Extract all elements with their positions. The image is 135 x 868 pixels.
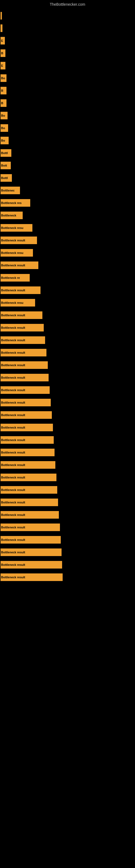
bar-label: Bottleneck result <box>1 339 25 342</box>
bottleneck-result-row: Bottleneck result <box>0 547 135 558</box>
bottleneck-result-row: Bottleneck result <box>0 322 135 333</box>
bar-row: Bo <box>0 110 135 121</box>
bar-label: B <box>1 89 3 92</box>
bar-label: B <box>1 52 3 55</box>
bar-label: Bottleneck result <box>1 576 25 579</box>
bar-label: Bottleneck result <box>1 364 25 367</box>
bar-row: B <box>0 98 135 108</box>
bar-label: Bottleneck result <box>1 488 25 492</box>
bottleneck-result-row: Bottleneck result <box>0 447 135 458</box>
bar-row: Bottl <box>0 173 135 183</box>
bar-label: Bottleneck resu <box>1 251 24 254</box>
bar-label: Bottleneck result <box>1 239 25 242</box>
bar-label: Bottlenec <box>1 189 14 192</box>
bottleneck-result-row: Bottleneck result <box>0 372 135 383</box>
bottleneck-result-row: Bottleneck result <box>0 485 135 495</box>
bar-row: Bottleneck <box>0 210 135 221</box>
bar-row: Bottleneck resu <box>0 297 135 308</box>
bar-row <box>0 23 135 34</box>
bar-label: Bottl <box>1 151 8 155</box>
bar-label: Bottleneck result <box>1 513 25 517</box>
bar-label: B <box>1 101 3 105</box>
bar-row: B <box>0 85 135 96</box>
bar-label: Bottleneck <box>1 214 16 217</box>
bar-label: Bo <box>1 114 5 117</box>
bar-label: Bott <box>1 164 7 167</box>
bar-row: Bottleneck res <box>0 197 135 208</box>
bottleneck-result-row: Bottleneck result <box>0 522 135 533</box>
bottleneck-result-row: Bottleneck result <box>0 397 135 408</box>
bar-label: E <box>1 64 3 67</box>
bar-row: Bo <box>0 135 135 146</box>
bars-container: E B E Bo B B Bo Bo <box>0 8 135 587</box>
bar-row: Bottleneck resu <box>0 222 135 233</box>
bar-label: Bottleneck result <box>1 264 25 267</box>
bar-label: E <box>1 39 3 42</box>
bar-row: Bo <box>0 73 135 84</box>
bar-label: Bo <box>1 139 5 142</box>
bar-row <box>0 10 135 21</box>
bar-label: Bottleneck result <box>1 401 25 404</box>
bar-row: E <box>0 60 135 71</box>
bottleneck-result-row: Bottleneck result <box>0 460 135 470</box>
bar-label: Bo <box>1 126 5 130</box>
bar-label: Bottleneck result <box>1 326 25 329</box>
bottleneck-result-row: Bottleneck result <box>0 509 135 520</box>
bottleneck-result-row: Bottleneck result <box>0 559 135 570</box>
bar-label: Bottleneck result <box>1 314 25 317</box>
bar-label: Bottleneck result <box>1 501 25 504</box>
site-title: TheBottlenecker.com <box>0 0 135 8</box>
bar-label: Bottleneck result <box>1 451 25 454</box>
bar-label: Bottleneck resu <box>1 301 24 304</box>
bar-row: Bo <box>0 123 135 133</box>
bar-label: Bottleneck result <box>1 351 25 354</box>
bar-row: E <box>0 35 135 46</box>
bar-label: Bottleneck result <box>1 289 25 292</box>
bottleneck-result-row: Bottleneck result <box>0 335 135 346</box>
bottleneck-result-row: Bottleneck result <box>0 534 135 545</box>
bar-label: Bottleneck result <box>1 526 25 529</box>
bar-label: Bottleneck resu <box>1 226 24 229</box>
bar-label: Bo <box>1 76 5 80</box>
bottleneck-result-row: Bottleneck result <box>0 435 135 445</box>
bottleneck-result-row: Bottleneck result <box>0 360 135 371</box>
bar-label: Bottleneck result <box>1 563 25 566</box>
bottleneck-result-row: Bottleneck result <box>0 285 135 296</box>
bar-label: Bottleneck res <box>1 201 21 205</box>
bar-label: Bottleneck re <box>1 276 20 279</box>
bar-label: Bottleneck result <box>1 376 25 379</box>
bar-label: Bottleneck result <box>1 426 25 429</box>
bar-row: Bott <box>0 160 135 171</box>
bar-label: Bottleneck result <box>1 438 25 442</box>
bar-row: Bottl <box>0 148 135 158</box>
bottleneck-result-row: Bottleneck result <box>0 260 135 271</box>
bottleneck-result-row: Bottleneck result <box>0 384 135 396</box>
bar-row: Bottleneck resu <box>0 247 135 258</box>
bar-label: Bottl <box>1 176 8 180</box>
bar-label: Bottleneck result <box>1 413 25 416</box>
bar-row: Bottlenec <box>0 185 135 196</box>
bottleneck-result-row: Bottleneck result <box>0 422 135 433</box>
bar-label: Bottleneck result <box>1 389 25 392</box>
bottleneck-result-row: Bottleneck result <box>0 310 135 321</box>
bottleneck-result-row: Bottleneck result <box>0 347 135 358</box>
bar-label: Bottleneck result <box>1 551 25 554</box>
bottleneck-result-row: Bottleneck result <box>0 497 135 508</box>
bar-label: Bottleneck result <box>1 538 25 541</box>
bar-label: Bottleneck result <box>1 463 25 467</box>
bottleneck-result-row: Bottleneck result <box>0 410 135 421</box>
bottleneck-result-row: Bottleneck result <box>0 235 135 246</box>
bar-row: B <box>0 48 135 59</box>
bar-label: Bottleneck result <box>1 476 25 479</box>
bottleneck-result-row: Bottleneck result <box>0 572 135 583</box>
bar-row: Bottleneck re <box>0 272 135 283</box>
bottleneck-result-row: Bottleneck result <box>0 472 135 483</box>
